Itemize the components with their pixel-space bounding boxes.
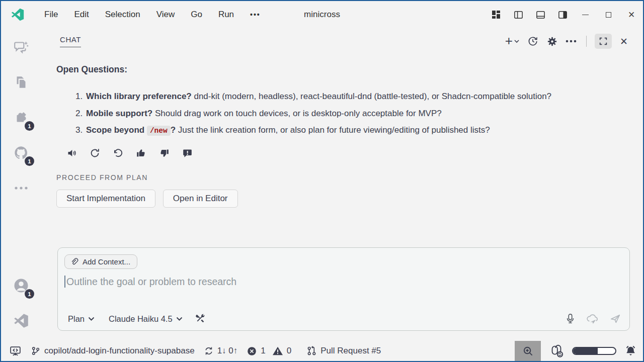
menu-run[interactable]: Run (210, 8, 242, 22)
title-bar-controls: ✕ (485, 1, 643, 28)
mode-picker[interactable]: Plan (68, 314, 95, 324)
chat-settings-button[interactable] (545, 34, 559, 48)
sidebar-item-files[interactable] (9, 70, 33, 95)
close-window-button[interactable]: ✕ (620, 1, 643, 28)
chat-message: Open Questions: Which library preference… (41, 54, 643, 208)
toggle-secondary-sidebar-icon[interactable] (551, 4, 574, 26)
retry-button[interactable] (90, 148, 100, 158)
input-toolbar: Plan Claude Haiku 4.5 (68, 313, 621, 324)
pull-request-item[interactable]: Pull Request #5 (306, 345, 381, 356)
remote-window-icon (9, 345, 22, 357)
sidebar-item-account[interactable]: 1 (9, 274, 33, 298)
sync-icon (204, 346, 214, 356)
notifications-item[interactable] (624, 345, 637, 357)
configure-tools-button[interactable] (195, 313, 206, 324)
github-badge: 1 (25, 156, 34, 166)
feedback-icon (182, 148, 193, 158)
toggle-primary-sidebar-icon[interactable] (507, 4, 529, 26)
chevron-down-icon (176, 317, 183, 321)
menu-file[interactable]: File (36, 8, 66, 22)
menu-edit[interactable]: Edit (66, 8, 97, 22)
model-picker[interactable]: Claude Haiku 4.5 (109, 314, 183, 324)
activity-bar: 1 1 1 (1, 28, 41, 341)
sidebar-item-more[interactable] (9, 176, 33, 200)
send-button[interactable] (609, 313, 621, 324)
new-chat-button[interactable]: + (504, 34, 521, 48)
question-text: Just the link creation form, or also pla… (176, 125, 490, 135)
menu-selection[interactable]: Selection (97, 8, 148, 22)
chat-history-button[interactable] (526, 34, 540, 48)
question-text: Should drag work on touch devices, or is… (152, 109, 442, 118)
remote-indicator[interactable] (9, 345, 22, 357)
delegate-to-cloud-button[interactable] (586, 313, 599, 324)
vscode-window: File Edit Selection View Go Run ••• mini… (0, 0, 644, 362)
undo-icon (113, 148, 123, 158)
expand-icon (599, 37, 608, 46)
minimize-button[interactable] (574, 1, 597, 28)
customize-layout-icon[interactable] (485, 4, 507, 26)
question-bold: Mobile support? (86, 109, 152, 118)
maximize-panel-button[interactable] (595, 34, 612, 49)
question-text: dnd-kit (modern, headless), react-beauti… (192, 92, 551, 101)
title-bar: File Edit Selection View Go Run ••• mini… (1, 1, 643, 28)
sidebar-item-extensions[interactable]: 1 (9, 106, 33, 130)
mode-label: Plan (68, 314, 85, 324)
branch-name: copilot/add-login-functionality-supabase (44, 346, 195, 356)
menu-view[interactable]: View (148, 8, 183, 22)
sidebar-item-manage[interactable] (9, 309, 33, 333)
plus-icon: + (505, 34, 513, 47)
question-bold: Which library preference? (86, 92, 192, 101)
problems-item[interactable]: 1 0 (247, 346, 291, 356)
thumbs-down-icon (159, 148, 170, 158)
tab-chat[interactable]: CHAT (60, 35, 81, 47)
start-implementation-button[interactable]: Start Implementation (56, 190, 155, 208)
maximize-button[interactable] (597, 1, 620, 28)
status-bar-right (515, 341, 643, 361)
cloud-send-icon (586, 313, 599, 324)
question-bold: ? (171, 125, 176, 135)
list-item: Mobile support? Should drag work on touc… (85, 105, 613, 122)
error-count: 1 (261, 346, 265, 356)
voice-input-button[interactable] (566, 313, 575, 324)
copilot-status-item[interactable] (549, 344, 564, 358)
open-in-editor-button[interactable]: Open in Editor (163, 190, 238, 208)
report-issue-button[interactable] (182, 148, 193, 158)
sidebar-item-chat[interactable] (9, 35, 33, 59)
tools-icon (195, 313, 206, 324)
ellipsis-icon (566, 40, 577, 43)
toggle-panel-icon[interactable] (529, 4, 551, 26)
close-panel-button[interactable]: ✕ (617, 34, 631, 48)
chat-text-input[interactable]: Outline the goal or problem to research (64, 276, 629, 288)
git-sync-item[interactable]: 1↓ 0↑ (204, 346, 238, 356)
chat-input-box[interactable]: Add Context... Outline the goal or probl… (57, 247, 630, 331)
thumbs-down-button[interactable] (159, 148, 170, 158)
list-item: Scope beyond /new? Just the link creatio… (85, 122, 613, 140)
menu-go[interactable]: Go (183, 8, 210, 22)
progress-slider[interactable] (572, 347, 616, 355)
question-bold: Scope beyond (86, 125, 147, 135)
gear-icon (546, 36, 558, 47)
thumbs-up-icon (136, 148, 146, 158)
chevron-down-icon (514, 38, 520, 44)
git-branch-item[interactable]: copilot/add-login-functionality-supabase (31, 345, 195, 356)
model-label: Claude Haiku 4.5 (109, 314, 173, 324)
zoom-in-icon (522, 345, 534, 357)
thumbs-up-button[interactable] (136, 148, 146, 158)
sparkle-small (26, 45, 29, 47)
chat-panel: CHAT + (41, 28, 643, 341)
read-aloud-button[interactable] (66, 148, 77, 158)
chevron-down-icon (88, 317, 95, 321)
extensions-badge: 1 (25, 121, 34, 131)
git-branch-icon (31, 345, 41, 356)
zoom-status-item[interactable] (515, 341, 541, 361)
status-bar-left: copilot/add-login-functionality-supabase… (1, 345, 381, 357)
sidebar-item-github[interactable]: 1 (9, 141, 33, 165)
bell-icon (624, 345, 637, 357)
sync-counts: 1↓ 0↑ (217, 346, 238, 356)
message-heading: Open Questions: (56, 64, 613, 75)
chat-more-actions-button[interactable] (564, 34, 578, 48)
undo-button[interactable] (113, 148, 123, 158)
menu-overflow-icon[interactable]: ••• (242, 9, 269, 21)
add-context-button[interactable]: Add Context... (64, 254, 137, 269)
window-title: minicross (304, 10, 340, 20)
